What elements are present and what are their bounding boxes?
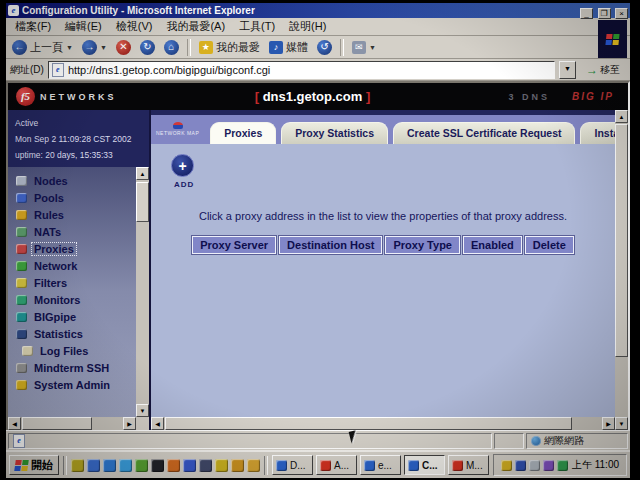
sidebar-item[interactable]: NATs xyxy=(16,223,136,240)
main-horizontal-scrollbar[interactable]: ◀ ▶ xyxy=(151,417,615,430)
refresh-button[interactable]: ↻ xyxy=(136,39,159,56)
tab[interactable]: Proxy Statistics xyxy=(281,122,388,144)
scroll-thumb[interactable] xyxy=(165,417,572,430)
menu-item[interactable]: 編輯(E) xyxy=(58,18,109,35)
main-vertical-scrollbar[interactable]: ▲ ▼ xyxy=(615,110,628,430)
favorites-button[interactable]: ★ 我的最愛 xyxy=(195,39,264,56)
window-controls: _ ❐ × xyxy=(580,2,628,20)
proxy-table-header[interactable]: Proxy Server xyxy=(192,236,276,254)
task-button[interactable]: C... xyxy=(404,455,445,475)
add-proxy-button[interactable]: + xyxy=(171,154,194,177)
quick-launch-icon[interactable] xyxy=(215,459,228,472)
scroll-right-button[interactable]: ▶ xyxy=(602,417,615,430)
proxy-table-header[interactable]: Destination Host xyxy=(279,236,382,254)
rules-icon xyxy=(16,210,27,220)
address-input[interactable]: e http://dns1.getop.com/bigipgui/bigconf… xyxy=(48,61,555,79)
quick-launch-icon[interactable] xyxy=(135,459,148,472)
tab[interactable]: Install SSL Certif xyxy=(580,122,615,144)
sidebar-item[interactable]: Statistics xyxy=(16,325,136,342)
forward-button[interactable]: → ▼ xyxy=(78,39,111,56)
back-button[interactable]: ← 上一頁 ▼ xyxy=(8,39,77,56)
task-button[interactable]: e... xyxy=(360,455,401,475)
history-button[interactable]: ↺ xyxy=(313,39,336,56)
sidebar-item-label: Monitors xyxy=(32,294,82,306)
menu-item[interactable]: 說明(H) xyxy=(282,18,333,35)
sidebar-item[interactable]: Monitors xyxy=(16,291,136,308)
sidebar-frame: Active Mon Sep 2 11:09:28 CST 2002 uptim… xyxy=(8,110,149,430)
proxy-table-header[interactable]: Enabled xyxy=(463,236,522,254)
sidebar-horizontal-scrollbar[interactable]: ◀ ▶ xyxy=(8,417,149,430)
quick-launch-icon[interactable] xyxy=(119,459,132,472)
sidebar-item[interactable]: Proxies xyxy=(16,240,136,257)
proxy-table-header[interactable]: Delete xyxy=(525,236,574,254)
sidebar-item[interactable]: Log Files xyxy=(22,342,136,359)
quick-launch-icon[interactable] xyxy=(87,459,100,472)
scroll-thumb[interactable] xyxy=(136,182,149,222)
quick-launch-icon[interactable] xyxy=(167,459,180,472)
title-bar[interactable]: e Configuration Utility - Microsoft Inte… xyxy=(6,3,630,18)
task-button-group: D... A... e... C... M... xyxy=(272,455,489,475)
taskbar-clock[interactable]: 上午 11:00 xyxy=(572,458,619,472)
sidebar-item[interactable]: System Admin xyxy=(16,376,136,393)
quick-launch-icon[interactable] xyxy=(199,459,212,472)
tray-icon[interactable] xyxy=(529,460,540,471)
start-button[interactable]: 開始 xyxy=(9,455,59,475)
scroll-up-button[interactable]: ▲ xyxy=(615,110,628,123)
scroll-down-button[interactable]: ▼ xyxy=(615,417,628,430)
tray-icon[interactable] xyxy=(557,460,568,471)
sidebar-item[interactable]: Filters xyxy=(16,274,136,291)
go-icon: → xyxy=(586,63,598,77)
scroll-right-button[interactable]: ▶ xyxy=(123,417,136,430)
quick-launch-icon[interactable] xyxy=(183,459,196,472)
sidebar-vertical-scrollbar[interactable]: ▲ ▼ xyxy=(136,167,149,417)
sidebar-item[interactable]: Mindterm SSH xyxy=(16,359,136,376)
sidebar-item-label: Pools xyxy=(32,192,66,204)
sidebar-item-label: Mindterm SSH xyxy=(32,362,111,374)
task-button-icon xyxy=(452,460,463,471)
tab[interactable]: Proxies xyxy=(210,122,276,144)
scroll-thumb[interactable] xyxy=(615,124,628,357)
media-button[interactable]: ♪ 媒體 xyxy=(265,39,312,56)
scroll-left-button[interactable]: ◀ xyxy=(8,417,21,430)
sidebar-item[interactable]: Rules xyxy=(16,206,136,223)
scroll-left-button[interactable]: ◀ xyxy=(151,417,164,430)
security-zone-panel: 網際網路 xyxy=(526,433,628,449)
stop-button[interactable]: ✕ xyxy=(112,39,135,56)
tray-icon[interactable] xyxy=(501,460,512,471)
proxy-table-header[interactable]: Proxy Type xyxy=(385,236,460,254)
main-frame: NETWORK MAP ProxiesProxy StatisticsCreat… xyxy=(149,110,628,430)
sidebar-item[interactable]: BIGpipe xyxy=(16,308,136,325)
minimize-button[interactable]: _ xyxy=(580,8,593,19)
scroll-thumb[interactable] xyxy=(22,417,92,430)
status-uptime: uptime: 20 days, 15:35:33 xyxy=(15,147,149,163)
quick-launch-icon[interactable] xyxy=(247,459,260,472)
maximize-button[interactable]: ❐ xyxy=(598,8,611,19)
tab[interactable]: Create SSL Certificate Request xyxy=(393,122,575,144)
quick-launch-icon[interactable] xyxy=(71,459,84,472)
task-button[interactable]: M... xyxy=(448,455,489,475)
close-button[interactable]: × xyxy=(615,8,628,19)
tray-icon[interactable] xyxy=(515,460,526,471)
quick-launch-icon[interactable] xyxy=(151,459,164,472)
menu-item[interactable]: 檔案(F) xyxy=(8,18,58,35)
sidebar-item[interactable]: Pools xyxy=(16,189,136,206)
sidebar-item[interactable]: Nodes xyxy=(16,172,136,189)
sidebar-item-label: System Admin xyxy=(32,379,112,391)
task-button[interactable]: D... xyxy=(272,455,313,475)
address-label: 網址(D) xyxy=(10,63,44,77)
network-map-button[interactable]: NETWORK MAP xyxy=(156,122,199,136)
quick-launch-icon[interactable] xyxy=(231,459,244,472)
home-button[interactable]: ⌂ xyxy=(160,39,183,56)
task-button[interactable]: A... xyxy=(316,455,357,475)
sidebar-item[interactable]: Network xyxy=(16,257,136,274)
quick-launch-icon[interactable] xyxy=(103,459,116,472)
menu-item[interactable]: 工具(T) xyxy=(232,18,282,35)
address-dropdown-button[interactable]: ▼ xyxy=(559,61,576,79)
tray-icon[interactable] xyxy=(543,460,554,471)
menu-item[interactable]: 我的最愛(A) xyxy=(159,18,232,35)
scroll-up-button[interactable]: ▲ xyxy=(136,167,149,180)
go-button[interactable]: → 移至 xyxy=(580,62,626,78)
mail-button[interactable]: ✉ ▼ xyxy=(348,40,380,55)
scroll-down-button[interactable]: ▼ xyxy=(136,404,149,417)
menu-item[interactable]: 檢視(V) xyxy=(109,18,160,35)
